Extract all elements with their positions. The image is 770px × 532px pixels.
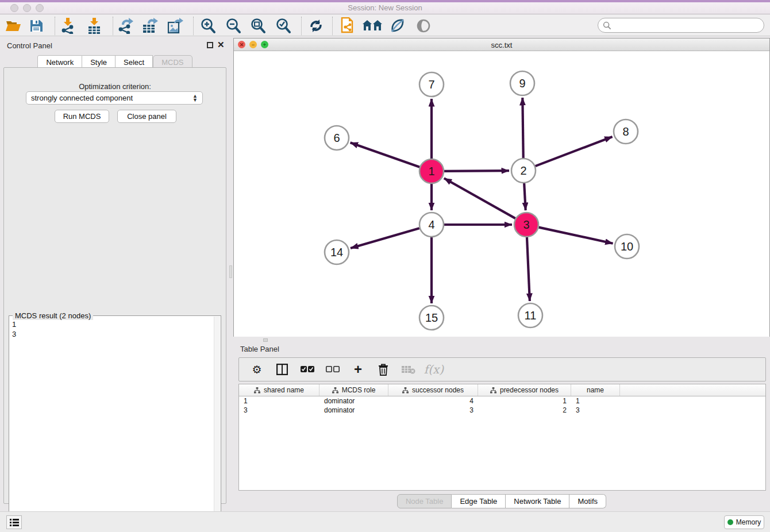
- svg-text:7: 7: [428, 78, 434, 91]
- table-body: 1dominator4113dominator323: [239, 396, 765, 415]
- table-tabs: Node TableEdge TableNetwork TableMotifs: [233, 494, 770, 508]
- table-row[interactable]: 1dominator411: [239, 396, 765, 406]
- result-scrollbar[interactable]: [214, 317, 220, 526]
- svg-text:14: 14: [330, 246, 343, 259]
- cell-successor-nodes[interactable]: 4: [388, 396, 478, 406]
- cell-name[interactable]: 1: [571, 396, 620, 406]
- memory-button[interactable]: Memory: [724, 515, 764, 529]
- zoom-fit-icon[interactable]: [248, 17, 268, 34]
- cell-MCDS-role[interactable]: dominator: [319, 406, 388, 415]
- zoom-in-icon[interactable]: [198, 17, 218, 34]
- tab-network-table[interactable]: Network Table: [506, 494, 569, 508]
- vizmapper-icon[interactable]: [388, 17, 407, 34]
- import-table-icon[interactable]: [84, 17, 104, 34]
- column-header-predecessor-nodes[interactable]: predecessor nodes: [478, 384, 571, 396]
- tab-motifs[interactable]: Motifs: [569, 494, 606, 508]
- search-icon: [603, 21, 611, 30]
- task-history-button[interactable]: [6, 515, 22, 529]
- show-details-icon[interactable]: [414, 17, 433, 34]
- node-3[interactable]: 3: [514, 213, 538, 237]
- edge-2-8[interactable]: [536, 137, 613, 166]
- svg-text:6: 6: [333, 132, 340, 144]
- window-title: Session: New Session: [0, 3, 770, 12]
- titlebar: Session: New Session: [0, 0, 770, 14]
- node-15[interactable]: 15: [419, 306, 444, 330]
- settings-icon[interactable]: ⚙: [249, 362, 264, 377]
- edge-3-11[interactable]: [527, 237, 530, 301]
- panel-divider-handle[interactable]: [229, 265, 232, 278]
- select-all-icon[interactable]: [300, 362, 315, 377]
- column-header-shared-name[interactable]: shared name: [239, 384, 319, 396]
- toolbar-separator: [193, 17, 194, 35]
- delete-column-icon[interactable]: [376, 362, 391, 377]
- criterion-value: strongly connected component: [31, 94, 133, 102]
- edge-4-14[interactable]: [351, 228, 419, 248]
- table-row[interactable]: 3dominator323: [239, 406, 765, 415]
- node-1[interactable]: 1: [419, 159, 444, 183]
- toolbar-separator: [332, 17, 333, 35]
- save-session-icon[interactable]: [26, 17, 46, 34]
- close-panel-icon[interactable]: ✕: [217, 40, 225, 50]
- run-mcds-button[interactable]: Run MCDS: [55, 110, 109, 123]
- close-panel-button[interactable]: Close panel: [117, 110, 176, 123]
- export-table-icon[interactable]: [140, 17, 160, 34]
- import-network-icon[interactable]: [58, 17, 78, 34]
- export-network-icon[interactable]: [116, 17, 135, 34]
- edge-3-1[interactable]: [444, 178, 515, 218]
- column-header-name[interactable]: name: [571, 384, 620, 396]
- node-table[interactable]: shared nameMCDS rolesuccessor nodesprede…: [238, 384, 766, 491]
- column-header-successor-nodes[interactable]: successor nodes: [388, 384, 478, 396]
- edge-3-10[interactable]: [538, 228, 613, 244]
- node-8[interactable]: 8: [614, 119, 638, 144]
- network-window-titlebar[interactable]: ✕ − + scc.txt: [234, 38, 769, 51]
- network-title: scc.txt: [234, 41, 769, 49]
- toolbar-separator: [55, 17, 55, 35]
- tab-node-table[interactable]: Node Table: [397, 494, 452, 508]
- cell-successor-nodes[interactable]: 3: [388, 406, 478, 415]
- float-panel-icon[interactable]: [207, 42, 213, 48]
- table-panel-title: Table Panel: [240, 345, 279, 353]
- zoom-out-icon[interactable]: [224, 17, 243, 34]
- node-14[interactable]: 14: [325, 240, 349, 264]
- cell-MCDS-role[interactable]: dominator: [319, 396, 388, 406]
- function-builder-icon[interactable]: f(x): [426, 362, 441, 377]
- svg-text:2: 2: [520, 164, 526, 177]
- node-7[interactable]: 7: [419, 72, 444, 97]
- cell-shared-name[interactable]: 3: [239, 406, 319, 415]
- edge-2-9[interactable]: [522, 98, 523, 158]
- export-image-icon[interactable]: [165, 17, 185, 34]
- fit-content-icon[interactable]: [363, 17, 382, 34]
- svg-text:9: 9: [519, 77, 525, 90]
- mcds-panel: Optimization criterion: strongly connect…: [3, 67, 226, 504]
- add-column-icon[interactable]: +: [351, 362, 365, 377]
- open-file-icon[interactable]: [3, 17, 23, 34]
- search-input[interactable]: [598, 18, 764, 33]
- tab-edge-table[interactable]: Edge Table: [452, 494, 506, 508]
- mcds-result-title: MCDS result (2 nodes): [13, 311, 93, 320]
- memory-label: Memory: [736, 518, 761, 526]
- network-file-icon[interactable]: [338, 17, 357, 34]
- node-9[interactable]: 9: [510, 71, 534, 95]
- svg-text:10: 10: [621, 240, 633, 253]
- cell-predecessor-nodes[interactable]: 2: [478, 406, 571, 415]
- node-10[interactable]: 10: [615, 234, 639, 259]
- deselect-all-icon[interactable]: [325, 362, 340, 377]
- delete-table-icon[interactable]: [401, 362, 416, 377]
- node-4[interactable]: 4: [419, 213, 444, 237]
- edge-1-2[interactable]: [444, 171, 509, 171]
- cell-name[interactable]: 3: [571, 406, 620, 415]
- cell-predecessor-nodes[interactable]: 1: [478, 396, 571, 406]
- columns-icon[interactable]: [275, 362, 290, 377]
- edge-2-3[interactable]: [524, 183, 526, 210]
- node-6[interactable]: 6: [325, 126, 349, 150]
- node-11[interactable]: 11: [518, 303, 542, 327]
- network-canvas[interactable]: 7968124314101511: [234, 51, 769, 337]
- cell-shared-name[interactable]: 1: [239, 396, 319, 406]
- column-header-MCDS-role[interactable]: MCDS role: [319, 384, 388, 396]
- edge-1-6[interactable]: [351, 142, 420, 167]
- zoom-selected-icon[interactable]: [274, 17, 293, 34]
- refresh-icon[interactable]: [306, 17, 326, 34]
- node-2[interactable]: 2: [511, 159, 536, 183]
- criterion-select[interactable]: strongly connected component ▲▼: [26, 91, 203, 105]
- mcds-result-box: MCDS result (2 nodes) 1 3: [9, 315, 221, 532]
